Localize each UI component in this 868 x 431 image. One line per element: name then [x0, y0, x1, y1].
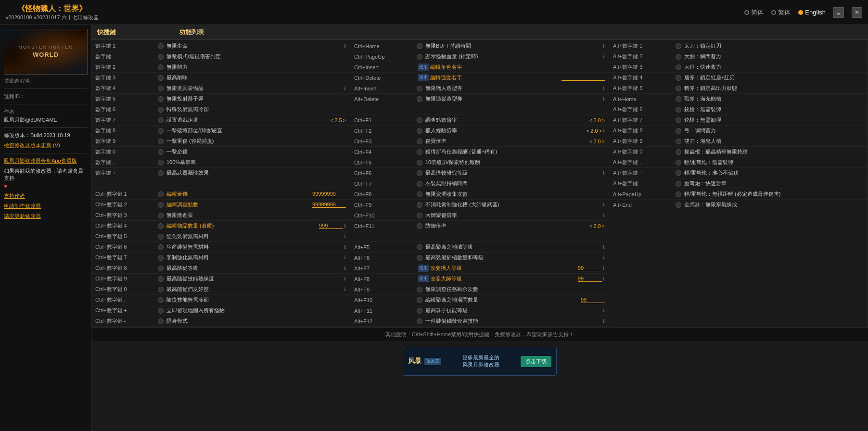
cheat-toggle[interactable] [158, 297, 164, 303]
request-update-link[interactable]: 請求更新修改器 [4, 213, 87, 220]
cheat-toggle[interactable] [158, 287, 164, 292]
cheat-toggle[interactable] [417, 244, 422, 250]
item-qty-input[interactable] [319, 223, 343, 229]
cheat-toggle[interactable] [158, 234, 164, 240]
lang-fanti[interactable]: 繁体 [771, 8, 791, 17]
cheat-toggle[interactable] [417, 117, 422, 123]
cheat-toggle[interactable] [676, 96, 681, 102]
char-name-input[interactable] [562, 64, 605, 70]
cheat-toggle[interactable] [158, 160, 164, 165]
cheat-toggle[interactable] [417, 213, 422, 218]
cheat-toggle[interactable] [158, 255, 164, 261]
minimize-button[interactable]: 🗕 [833, 7, 844, 18]
cheat-arrows[interactable]: < 2.0 > [589, 223, 605, 229]
sidebar-support-link[interactable]: 支持作者 [4, 192, 87, 200]
support-link[interactable]: 支持作者 [4, 192, 87, 200]
lang-english[interactable]: English [798, 9, 826, 16]
lang-fanti-radio[interactable] [771, 10, 776, 15]
cheat-toggle[interactable] [158, 213, 164, 218]
close-button[interactable]: ✕ [852, 7, 862, 18]
table-row: Alt+Home 戰斧：滿充能槽 [609, 94, 868, 104]
cheat-toggle[interactable] [158, 86, 164, 91]
cheat-toggle[interactable] [417, 128, 422, 134]
cheat-toggle[interactable] [417, 170, 422, 176]
cheat-toggle[interactable] [676, 160, 681, 165]
cheat-toggle[interactable] [676, 107, 681, 113]
apply-badge[interactable]: 應用 [418, 74, 429, 81]
cheat-toggle[interactable] [417, 181, 422, 187]
cheat-toggle[interactable] [417, 139, 422, 144]
cheat-toggle[interactable] [676, 64, 681, 70]
cheat-toggle[interactable] [158, 96, 164, 102]
cheat-toggle[interactable] [158, 117, 164, 123]
sidebar-make-trainer[interactable]: 申請制作修改器 [4, 203, 87, 210]
cheat-arrows[interactable]: < 2.0 > [589, 139, 605, 144]
cheat-toggle[interactable] [417, 54, 422, 60]
cheat-toggle[interactable] [417, 255, 422, 261]
cheat-toggle[interactable] [417, 86, 422, 91]
companion-name-input[interactable] [562, 75, 605, 81]
master-level-input[interactable] [578, 276, 602, 282]
cheat-toggle[interactable] [676, 149, 681, 155]
cheat-toggle[interactable] [417, 308, 422, 314]
cheat-toggle[interactable] [158, 202, 164, 208]
cheat-toggle[interactable] [676, 181, 681, 187]
cheat-toggle[interactable] [158, 244, 164, 250]
cheat-toggle[interactable] [158, 318, 164, 324]
cheat-toggle[interactable] [676, 170, 681, 176]
cheat-toggle[interactable] [676, 54, 681, 60]
cheat-toggle[interactable] [158, 54, 164, 60]
cheat-toggle[interactable] [676, 86, 681, 91]
cheat-toggle[interactable] [676, 139, 681, 144]
cheat-toggle[interactable] [417, 160, 422, 165]
cheat-toggle[interactable] [158, 266, 164, 271]
cheat-toggle[interactable] [676, 191, 681, 197]
cheat-toggle[interactable] [417, 318, 422, 324]
cheat-arrows[interactable]: < 2.0 > [589, 117, 605, 123]
cheat-toggle[interactable] [417, 191, 422, 197]
hunter-level-input[interactable] [578, 265, 602, 271]
apply-badge[interactable]: 應用 [418, 63, 429, 71]
lang-jianti-radio[interactable] [744, 10, 749, 15]
ad-banner[interactable]: 风暴 修改器 更多最新最全的风灵月影修改器 点击下载 [403, 347, 557, 376]
survey-input[interactable] [312, 202, 346, 208]
app-member-label[interactable]: 鳳凰月影修改器合集App會員版 [4, 157, 87, 165]
cheat-toggle[interactable] [417, 96, 422, 102]
cheat-toggle[interactable] [158, 75, 164, 81]
cheat-toggle[interactable] [676, 128, 681, 134]
make-trainer-link[interactable]: 申請制作修改器 [4, 203, 87, 210]
cheat-toggle[interactable] [158, 64, 164, 70]
cheat-toggle[interactable] [158, 170, 164, 176]
cheat-toggle[interactable] [676, 75, 681, 81]
cheat-arrows[interactable]: < 2.0 > [587, 128, 602, 134]
sidebar-request-update[interactable]: 請求更新修改器 [4, 213, 87, 220]
cheat-toggle[interactable] [417, 223, 422, 229]
cheat-toggle[interactable] [417, 287, 422, 292]
cheat-toggle[interactable] [158, 276, 164, 282]
apply-badge[interactable]: 應用 [418, 265, 429, 272]
cheat-toggle[interactable] [417, 43, 422, 49]
cheat-toggle[interactable] [158, 139, 164, 144]
cheat-toggle[interactable] [158, 223, 164, 229]
cheat-toggle[interactable] [158, 107, 164, 113]
cheat-toggle[interactable] [158, 128, 164, 134]
sidebar-check-update[interactable]: 檢查修改器版本更新 (V) [4, 142, 87, 149]
cheat-toggle[interactable] [158, 149, 164, 155]
cheat-toggle[interactable] [417, 202, 422, 208]
ad-download-button[interactable]: 点击下载 [521, 356, 551, 367]
cheat-toggle[interactable] [676, 117, 681, 123]
check-update-link[interactable]: 檢查修改器版本更新 (V) [4, 142, 87, 149]
lang-jianti[interactable]: 简体 [744, 8, 764, 17]
cheat-toggle[interactable] [158, 191, 164, 197]
cheat-toggle[interactable] [417, 297, 422, 303]
apply-badge[interactable]: 應用 [418, 275, 429, 282]
cheat-toggle[interactable] [158, 43, 164, 49]
cheat-arrows[interactable]: < 2.5 > [331, 117, 346, 123]
lang-english-radio[interactable] [798, 10, 803, 15]
cheat-toggle[interactable] [676, 43, 681, 49]
money-input[interactable] [312, 191, 346, 197]
canteen-qty-input[interactable] [581, 297, 605, 303]
cheat-toggle[interactable] [676, 202, 681, 208]
cheat-toggle[interactable] [158, 308, 164, 314]
cheat-toggle[interactable] [417, 149, 422, 155]
